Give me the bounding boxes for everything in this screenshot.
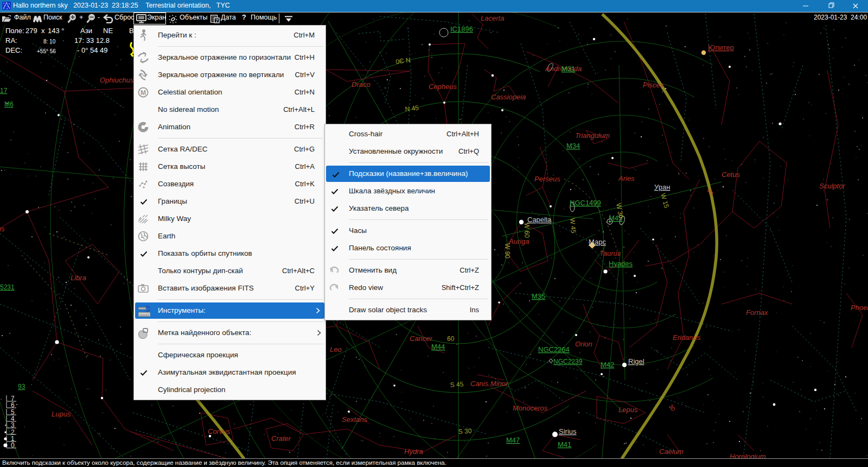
svg-text:7: 7 [215,18,218,23]
svg-text:Phoenix: Phoenix [851,304,868,312]
svg-text:Scorpius: Scorpius [0,225,5,233]
svg-text:Caelum: Caelum [659,447,684,456]
svg-text:M: M [141,89,146,97]
svg-text:93: 93 [18,383,25,390]
svg-text:Triangulum: Triangulum [575,131,610,140]
svg-text:Leo: Leo [330,345,342,354]
svg-text:60: 60 [447,335,455,343]
svg-text:M34: M34 [566,142,580,150]
svg-text:0: 0 [11,441,15,449]
svg-text:Aries: Aries [618,174,635,182]
svg-text:W 45: W 45 [569,218,577,234]
svg-text:W 60: W 60 [523,223,531,238]
svg-text:Cassiopeia: Cassiopeia [491,93,526,101]
svg-text:M44: M44 [431,343,445,351]
svg-text:Pisces: Pisces [643,81,664,89]
svg-text:M31: M31 [561,65,575,73]
svg-text:Lepus: Lepus [618,406,638,414]
svg-text:Lupus: Lupus [52,410,71,418]
svg-text:NGC2239: NGC2239 [553,358,583,365]
svg-text:Sculptor: Sculptor [819,182,845,190]
svg-text:N 45: N 45 [405,104,419,113]
svg-text:M6: M6 [4,100,14,108]
svg-text:Monoceros: Monoceros [513,404,548,412]
svg-text:IC1896: IC1896 [450,25,473,33]
svg-text:M42: M42 [601,361,614,369]
svg-text:Hydra: Hydra [404,447,423,456]
svg-text:M47: M47 [506,436,520,444]
svg-text:W 90: W 90 [503,243,511,258]
svg-text:Cetus: Cetus [722,171,740,179]
svg-text:Hyades: Hyades [609,260,633,268]
svg-text:M41: M41 [558,440,571,449]
svg-text:5231: 5231 [0,283,15,291]
svg-text:M35: M35 [532,292,545,300]
svg-text:Orion: Orion [575,340,592,348]
svg-text:Taurus: Taurus [599,249,621,257]
svg-text:Ophiuchus: Ophiuchus [100,76,134,84]
svg-text:Уран: Уран [654,183,670,191]
svg-text:S 45: S 45 [450,380,464,389]
svg-text:Юпитер: Юпитер [708,43,734,52]
svg-text:Corvus: Corvus [208,427,231,436]
svg-text:Eridanus: Eridanus [673,333,701,342]
svg-text:Sextans: Sextans [342,415,367,424]
svg-text:Crater: Crater [271,434,291,443]
svg-text:Cepheus: Cepheus [429,83,457,91]
svg-text:NGC2264: NGC2264 [538,345,570,354]
svg-text:Draco: Draco [352,80,371,89]
svg-text:Fornax: Fornax [746,308,768,317]
svg-text:Марс: Марс [589,238,606,246]
svg-text:Perseus: Perseus [534,175,560,183]
svg-text:Libra: Libra [71,274,86,282]
svg-text:S 30: S 30 [458,427,472,436]
svg-text:NGC1499: NGC1499 [570,199,601,207]
svg-text:Cancer: Cancer [410,335,433,343]
svg-text:Canis Minor: Canis Minor [470,380,508,388]
svg-text:17: 17 [0,87,8,94]
svg-text:Rigel: Rigel [628,357,644,365]
svg-text:Sirius: Sirius [559,427,577,436]
